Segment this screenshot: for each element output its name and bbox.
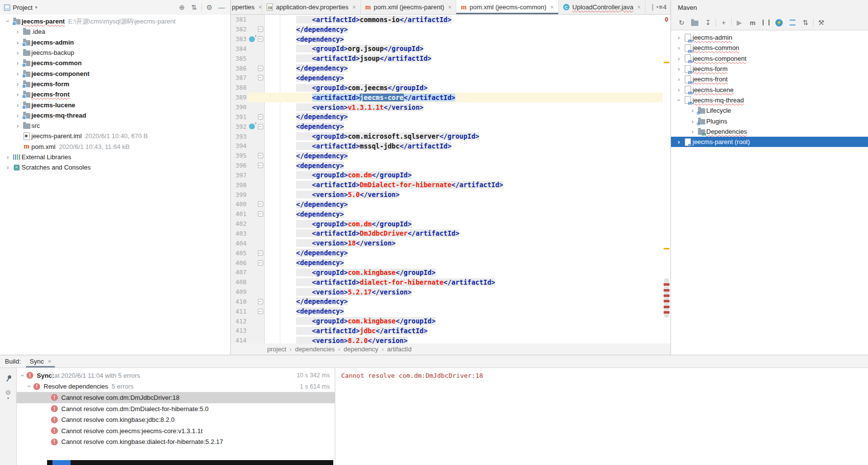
project-item-.idea[interactable]: ›.idea bbox=[0, 26, 230, 37]
fold-start-icon[interactable] bbox=[258, 36, 263, 42]
tab-application-dev.properties[interactable]: application-dev.properties× bbox=[262, 0, 361, 14]
tab-pperties[interactable]: pperties× bbox=[231, 0, 262, 14]
code-line-391[interactable]: 391 </dependency> bbox=[231, 112, 670, 122]
close-icon[interactable]: × bbox=[637, 4, 641, 11]
code-line-410[interactable]: 410 </dependency> bbox=[231, 296, 670, 306]
code-line-382[interactable]: 382 </dependency> bbox=[231, 24, 670, 34]
code-line-406[interactable]: 406 <dependency> bbox=[231, 258, 670, 268]
breadcrumb-item-project[interactable]: project bbox=[267, 345, 286, 353]
code-line-407[interactable]: 407 <groupId>com.kingbase</groupId> bbox=[231, 268, 670, 277]
project-item-scratches-and-consoles[interactable]: ›≡Scratches and Consoles bbox=[0, 162, 230, 172]
project-item-pom.xml[interactable]: mpom.xml2020/6/1 10:43, 11.64 kB bbox=[0, 142, 230, 152]
code-line-384[interactable]: 384 <groupId>org.jsoup</groupId> bbox=[231, 44, 670, 54]
code-editor[interactable]: 381 <artifactId>commons-io</artifactId>3… bbox=[231, 15, 670, 343]
project-item-jeecms-front[interactable]: ›jeecms-front bbox=[0, 89, 230, 99]
settings-wrench-icon[interactable]: ⚒ bbox=[816, 17, 827, 28]
fold-start-icon[interactable] bbox=[258, 163, 263, 168]
code-line-408[interactable]: 408 <artifactId>dialect-for-hibernate</a… bbox=[231, 277, 670, 287]
code-line-385[interactable]: 385 <artifactId>jsoup</artifactId> bbox=[231, 53, 670, 63]
expand-arrow-icon[interactable]: › bbox=[675, 55, 683, 62]
offline-mode-icon[interactable]: ⚡ bbox=[773, 17, 785, 28]
chevron-down-icon[interactable]: ▾ bbox=[35, 5, 37, 10]
fold-end-icon[interactable] bbox=[258, 153, 263, 158]
build-row[interactable]: !Cannot resolve com.dm:DmJdbcDriver:18 bbox=[17, 392, 335, 403]
code-line-404[interactable]: 404 <version>18</version> bbox=[231, 238, 670, 248]
project-item-jeecms-lucene[interactable]: ›jeecms-lucene bbox=[0, 99, 230, 110]
fold-start-icon[interactable] bbox=[258, 309, 263, 314]
close-icon[interactable]: × bbox=[48, 358, 51, 365]
build-row[interactable]: !Cannot resolve com.kingbase:dialect-for… bbox=[17, 437, 335, 448]
project-item-jeecms-component[interactable]: ›jeecms-component bbox=[0, 68, 230, 78]
build-row[interactable]: !Cannot resolve com.dm:DmDialect-for-hib… bbox=[17, 403, 335, 415]
gutter-dependency-icon[interactable] bbox=[249, 36, 255, 42]
maven-item-jeecms-front[interactable]: ›jeecms-front bbox=[671, 74, 868, 84]
code-line-411[interactable]: 411 <dependency> bbox=[231, 306, 670, 316]
code-line-396[interactable]: 396 <dependency> bbox=[231, 161, 670, 171]
build-row[interactable]: !Cannot resolve com.jeecms:jeecms-core:v… bbox=[17, 425, 335, 437]
expand-arrow-icon[interactable]: › bbox=[4, 164, 12, 171]
close-icon[interactable]: × bbox=[550, 4, 554, 11]
project-item-jeecms-common[interactable]: ›jeecms-common bbox=[0, 58, 230, 68]
code-line-381[interactable]: 381 <artifactId>commons-io</artifactId> bbox=[231, 15, 670, 24]
code-line-383[interactable]: 383 <dependency> bbox=[231, 34, 670, 44]
expand-arrow-icon[interactable]: › bbox=[675, 44, 683, 51]
expand-arrow-icon[interactable]: › bbox=[675, 65, 683, 73]
expand-arrow-icon[interactable]: › bbox=[4, 153, 12, 161]
error-stripe-mark[interactable] bbox=[664, 283, 670, 286]
code-line-412[interactable]: 412 <groupId>com.kingbase</groupId> bbox=[231, 316, 670, 326]
expand-arrow-icon[interactable]: › bbox=[14, 101, 22, 109]
refresh-icon[interactable]: ↻ bbox=[676, 17, 687, 28]
code-line-414[interactable]: 414 <version>8.2.0</version> bbox=[231, 336, 670, 343]
code-line-392[interactable]: 392 <dependency> bbox=[231, 122, 670, 131]
settings-gear-icon[interactable]: ⚙ bbox=[204, 3, 214, 11]
warning-stripe-mark[interactable] bbox=[664, 62, 670, 63]
maven-item-jeecms-form[interactable]: ›jeecms-form bbox=[671, 64, 868, 74]
breadcrumb-item-artifactId[interactable]: artifactId bbox=[387, 345, 412, 353]
expand-arrow-icon[interactable]: › bbox=[14, 70, 22, 77]
close-icon[interactable]: × bbox=[448, 4, 451, 11]
project-item-jeecms-parent.iml[interactable]: jeecms-parent.iml2020/6/1 10:40, 670 B bbox=[0, 131, 230, 141]
generate-sources-icon[interactable] bbox=[689, 17, 700, 28]
fold-end-icon[interactable] bbox=[258, 66, 263, 71]
hide-panel-icon[interactable]: — bbox=[217, 3, 226, 11]
expand-arrow-icon[interactable]: › bbox=[689, 118, 696, 125]
tab-pom.xml--jeecms-common-[interactable]: mpom.xml (jeecms-common)× bbox=[456, 0, 558, 14]
fold-start-icon[interactable] bbox=[258, 124, 263, 129]
code-line-403[interactable]: 403 <artifactId>DmJdbcDriver</artifactId… bbox=[231, 229, 670, 239]
expand-arrow-icon[interactable]: › bbox=[14, 28, 22, 35]
error-stripe-mark[interactable] bbox=[664, 289, 670, 292]
code-line-393[interactable]: 393 <groupId>com.microsoft.sqlserver</gr… bbox=[231, 131, 670, 141]
expand-arrow-icon[interactable]: › bbox=[14, 91, 22, 98]
maven-item-jeecms-component[interactable]: ›jeecms-component bbox=[671, 53, 868, 64]
expand-arrow-icon[interactable]: › bbox=[675, 138, 683, 146]
expand-arrow-icon[interactable]: › bbox=[689, 128, 696, 135]
fold-end-icon[interactable] bbox=[258, 250, 263, 256]
code-line-394[interactable]: 394 <artifactId>mssql-jdbc</artifactId> bbox=[231, 141, 670, 151]
code-line-398[interactable]: 398 <artifactId>DmDialect-for-hibernate<… bbox=[231, 180, 670, 190]
build-row[interactable]: ›!Sync: at 2020/6/1 11:04 with 5 errors1… bbox=[17, 370, 335, 381]
code-line-413[interactable]: 413 <artifactId>jdbc</artifactId> bbox=[231, 326, 670, 336]
hidden-tabs-dropdown[interactable]: ▾≡4 bbox=[656, 0, 670, 14]
breadcrumb-item-dependencies[interactable]: dependencies bbox=[295, 345, 335, 353]
expand-arrow-icon[interactable]: › bbox=[689, 107, 696, 114]
code-line-401[interactable]: 401 <dependency> bbox=[231, 209, 670, 219]
build-row[interactable]: ›!Resolve dependencies 5 errors1 s 614 m… bbox=[17, 381, 335, 392]
code-line-397[interactable]: 397 <groupId>com.dm</groupId> bbox=[231, 171, 670, 180]
maven-goal-icon[interactable]: m bbox=[747, 17, 758, 28]
fold-end-icon[interactable] bbox=[258, 299, 263, 304]
maven-item-jeecms-admin[interactable]: ›jeecms-admin bbox=[671, 32, 868, 43]
fold-end-icon[interactable] bbox=[258, 201, 263, 207]
collapse-all-icon[interactable]: ⇅ bbox=[800, 17, 811, 28]
error-stripe-mark[interactable] bbox=[664, 311, 670, 314]
expand-arrow-icon[interactable]: › bbox=[14, 80, 22, 88]
code-line-405[interactable]: 405 </dependency> bbox=[231, 248, 670, 258]
build-row[interactable]: !Cannot resolve com.kingbase:jdbc:8.2.0 bbox=[17, 414, 335, 425]
warning-stripe-mark[interactable] bbox=[664, 248, 670, 249]
code-line-386[interactable]: 386 </dependency> bbox=[231, 63, 670, 73]
hide-tabs-icon[interactable] bbox=[652, 4, 653, 11]
breadcrumb-item-dependency[interactable]: dependency bbox=[344, 345, 378, 353]
gutter-dependency-icon[interactable] bbox=[249, 123, 255, 129]
fold-start-icon[interactable] bbox=[258, 75, 263, 80]
tab-uploadcontroller.java[interactable]: CUploadController.java× bbox=[559, 0, 645, 14]
code-line-409[interactable]: 409 <version>5.2.17</version> bbox=[231, 287, 670, 297]
